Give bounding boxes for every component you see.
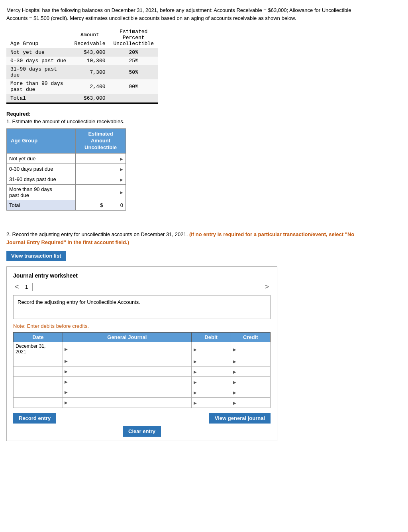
est-col2-header: EstimatedAmountUncollectible [76,129,126,154]
journal-general-header: General Journal [63,333,192,342]
journal-date-cell-5 [14,387,63,398]
nav-row: < 1 > [13,283,271,291]
aging-col1-header [6,28,70,41]
arrow-indicator: ▶ [194,380,197,384]
est-age-2: 0-30 days past due [7,164,76,174]
amount-2: 10,300 [70,57,109,65]
arrow-indicator: ▶ [194,390,197,395]
journal-credit-cell-3[interactable]: ▶ [231,366,270,377]
bottom-buttons: Record entry View general journal [13,413,271,424]
arrow-indicator: ▶ [120,190,123,195]
journal-worksheet-title: Journal entry worksheet [13,272,271,279]
journal-debit-cell-6[interactable]: ▶ [191,398,231,408]
est-total-label: Total [7,200,76,210]
journal-debit-cell-4[interactable]: ▶ [191,377,231,387]
arrow-indicator: ▶ [233,390,236,395]
record-entry-button[interactable]: Record entry [13,413,56,424]
est-age-1: Not yet due [7,153,76,164]
table-row: 31-90 days past due ▶ [7,174,126,184]
transaction-description-text: Record the adjusting entry for Uncollect… [18,299,140,305]
est-age-3: 31-90 days past due [7,174,76,184]
required-label: Required: [6,111,402,117]
arrow-indicator: ▶ [233,380,236,384]
arrow-indicator: ▶ [65,369,68,374]
arrow-indicator: ▶ [120,177,123,182]
estimate-total-row: Total $ 0 [7,200,126,210]
journal-credit-cell-5[interactable]: ▶ [231,387,270,398]
aging-col3-subheader: Uncollectible [110,41,158,48]
arrow-indicator: ▶ [65,400,68,405]
journal-entry-cell-4[interactable]: ▶ [63,377,192,387]
percent-1: 20% [110,48,158,57]
nav-next-button[interactable]: > [263,283,271,291]
arrow-indicator: ▶ [65,390,68,394]
table-row: 31–90 days pastdue 7,300 50% [6,65,158,79]
journal-entry-cell-1[interactable]: ▶ [63,342,192,356]
est-input-3[interactable]: ▶ [76,174,126,184]
journal-entry-cell-5[interactable]: ▶ [63,387,192,398]
arrow-indicator: ▶ [194,359,197,364]
journal-credit-header: Credit [231,333,270,342]
journal-date-cell: December 31,2021 [14,342,63,356]
total-row: Total $63,000 [6,94,158,103]
percent-4: 90% [110,79,158,94]
age-group-1: Not yet due [6,48,70,57]
journal-debit-cell-5[interactable]: ▶ [191,387,231,398]
est-input-4[interactable]: ▶ [76,184,126,200]
estimate-table: Age Group EstimatedAmountUncollectible N… [6,128,126,211]
journal-entry-cell-2[interactable]: ▶ [63,356,192,366]
total-number: 0 [120,202,123,208]
part2-label: 2. Record the adjusting entry for uncoll… [6,231,188,237]
arrow-indicator: ▶ [120,157,123,161]
journal-date-cell-6 [14,398,63,408]
table-row: 0–30 days past due 10,300 25% [6,57,158,65]
nav-prev-button[interactable]: < [13,283,21,291]
view-general-journal-button[interactable]: View general journal [209,413,271,424]
journal-credit-cell-2[interactable]: ▶ [231,356,270,366]
journal-table: Date General Journal Debit Credit Decemb… [13,332,271,408]
journal-date-cell-2 [14,356,63,366]
table-row: 0-30 days past due ▶ [7,164,126,174]
est-total-value: $ 0 [76,200,126,210]
journal-credit-cell-1[interactable]: ▶ [231,342,270,356]
journal-date-header: Date [14,333,63,342]
arrow-indicator: ▶ [194,401,197,405]
table-row: ▶ ▶ ▶ [14,387,271,398]
table-row: ▶ ▶ ▶ [14,398,271,408]
intro-text: Mercy Hospital has the following balance… [6,6,373,22]
table-row: ▶ ▶ ▶ [14,356,271,366]
journal-debit-cell-2[interactable]: ▶ [191,356,231,366]
arrow-indicator: ▶ [194,347,197,352]
journal-debit-cell-3[interactable]: ▶ [191,366,231,377]
arrow-indicator: ▶ [233,359,236,364]
arrow-indicator: ▶ [65,380,68,384]
journal-credit-cell-6[interactable]: ▶ [231,398,270,408]
table-row: ▶ ▶ ▶ [14,366,271,377]
journal-debit-header: Debit [191,333,231,342]
transaction-description-box: Record the adjusting entry for Uncollect… [13,295,271,319]
age-group-3: 31–90 days pastdue [6,65,70,79]
percent-3: 50% [110,65,158,79]
journal-date-cell-4 [14,377,63,387]
view-transaction-button[interactable]: View transaction list [6,251,66,261]
table-row: Not yet due $43,000 20% [6,48,158,57]
aging-table: Amount EstimatedPercent Age Group Receiv… [6,28,158,104]
aging-col2-subheader: Receivable [70,41,109,48]
journal-debit-cell-1[interactable]: ▶ [191,342,231,356]
total-amount: $63,000 [70,94,109,103]
arrow-indicator: ▶ [65,359,68,363]
clear-entry-container: Clear entry [13,426,271,437]
est-input-2[interactable]: ▶ [76,164,126,174]
journal-entry-cell-6[interactable]: ▶ [63,398,192,408]
age-group-4: More than 90 dayspast due [6,79,70,94]
est-input-1[interactable]: ▶ [76,153,126,164]
journal-credit-cell-4[interactable]: ▶ [231,377,270,387]
aging-col2-header: Amount [70,28,109,41]
note-text: Note: Enter debits before credits. [13,323,271,329]
table-row: December 31,2021 ▶ ▶ ▶ [14,342,271,356]
clear-entry-button[interactable]: Clear entry [123,426,161,437]
total-label: Total [6,94,70,103]
journal-worksheet: Journal entry worksheet < 1 > Record the… [6,266,277,441]
table-row: ▶ ▶ ▶ [14,377,271,387]
journal-entry-cell-3[interactable]: ▶ [63,366,192,377]
